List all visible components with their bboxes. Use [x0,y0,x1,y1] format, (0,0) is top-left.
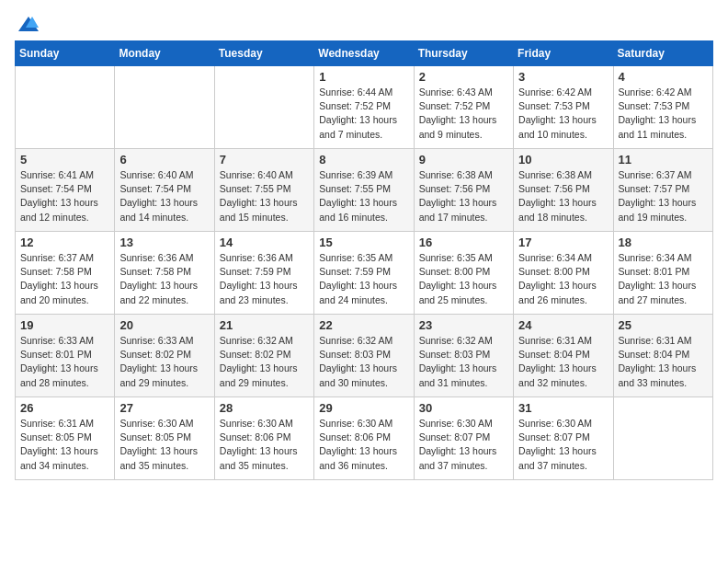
day-number: 23 [419,318,508,332]
day-of-week-header: Saturday [613,41,712,66]
calendar-cell: 6Sunrise: 6:40 AM Sunset: 7:54 PM Daylig… [115,149,214,232]
day-info: Sunrise: 6:38 AM Sunset: 7:56 PM Dayligh… [419,168,508,224]
day-info: Sunrise: 6:35 AM Sunset: 8:00 PM Dayligh… [419,251,508,307]
calendar-cell: 3Sunrise: 6:42 AM Sunset: 7:53 PM Daylig… [514,66,613,149]
calendar-cell: 19Sunrise: 6:33 AM Sunset: 8:01 PM Dayli… [16,315,115,397]
day-of-week-header: Monday [115,41,214,66]
logo-icon [18,15,39,33]
day-info: Sunrise: 6:30 AM Sunset: 8:05 PM Dayligh… [119,417,209,473]
calendar-cell: 27Sunrise: 6:30 AM Sunset: 8:05 PM Dayli… [115,397,214,480]
day-number: 25 [619,318,708,332]
calendar-cell: 8Sunrise: 6:39 AM Sunset: 7:55 PM Daylig… [314,149,414,232]
calendar-cell: 29Sunrise: 6:30 AM Sunset: 8:06 PM Dayli… [314,397,414,480]
day-of-week-header: Tuesday [214,41,313,66]
day-number: 16 [419,236,508,249]
calendar-cell: 9Sunrise: 6:38 AM Sunset: 7:56 PM Daylig… [414,149,513,232]
day-info: Sunrise: 6:30 AM Sunset: 8:06 PM Dayligh… [220,417,309,473]
day-info: Sunrise: 6:31 AM Sunset: 8:05 PM Dayligh… [20,417,109,473]
calendar-cell [115,66,214,149]
calendar-header-row: SundayMondayTuesdayWednesdayThursdayFrid… [16,41,713,66]
calendar-cell [613,397,712,480]
calendar-week-row: 19Sunrise: 6:33 AM Sunset: 8:01 PM Dayli… [16,315,713,397]
calendar-cell: 4Sunrise: 6:42 AM Sunset: 7:53 PM Daylig… [613,66,712,149]
calendar-cell: 15Sunrise: 6:35 AM Sunset: 7:59 PM Dayli… [314,232,414,315]
calendar-week-row: 12Sunrise: 6:37 AM Sunset: 7:58 PM Dayli… [16,232,713,315]
day-info: Sunrise: 6:40 AM Sunset: 7:55 PM Dayligh… [220,168,309,224]
day-number: 24 [518,318,608,332]
calendar-cell: 11Sunrise: 6:37 AM Sunset: 7:57 PM Dayli… [613,149,712,232]
day-number: 5 [20,153,109,167]
day-info: Sunrise: 6:43 AM Sunset: 7:52 PM Dayligh… [419,86,508,142]
day-info: Sunrise: 6:35 AM Sunset: 7:59 PM Dayligh… [319,251,408,307]
day-number: 4 [619,70,708,84]
calendar-cell: 16Sunrise: 6:35 AM Sunset: 8:00 PM Dayli… [414,232,513,315]
day-info: Sunrise: 6:31 AM Sunset: 8:04 PM Dayligh… [518,334,608,390]
day-number: 13 [119,236,209,249]
day-of-week-header: Thursday [414,41,513,66]
calendar-cell: 2Sunrise: 6:43 AM Sunset: 7:52 PM Daylig… [414,66,513,149]
day-info: Sunrise: 6:30 AM Sunset: 8:07 PM Dayligh… [518,417,608,473]
calendar-cell: 10Sunrise: 6:38 AM Sunset: 7:56 PM Dayli… [514,149,613,232]
day-number: 29 [319,401,408,415]
calendar-cell: 14Sunrise: 6:36 AM Sunset: 7:59 PM Dayli… [214,232,313,315]
day-info: Sunrise: 6:34 AM Sunset: 8:00 PM Dayligh… [518,251,608,307]
calendar-cell: 23Sunrise: 6:32 AM Sunset: 8:03 PM Dayli… [414,315,513,397]
day-info: Sunrise: 6:41 AM Sunset: 7:54 PM Dayligh… [20,168,109,224]
calendar-cell: 18Sunrise: 6:34 AM Sunset: 8:01 PM Dayli… [613,232,712,315]
day-number: 18 [619,236,708,249]
day-info: Sunrise: 6:32 AM Sunset: 8:03 PM Dayligh… [419,334,508,390]
day-info: Sunrise: 6:34 AM Sunset: 8:01 PM Dayligh… [619,251,708,307]
calendar-cell: 26Sunrise: 6:31 AM Sunset: 8:05 PM Dayli… [16,397,115,480]
day-number: 9 [419,153,508,167]
page-header [15,15,713,33]
day-info: Sunrise: 6:42 AM Sunset: 7:53 PM Dayligh… [619,86,708,142]
day-info: Sunrise: 6:39 AM Sunset: 7:55 PM Dayligh… [319,168,408,224]
calendar-cell: 28Sunrise: 6:30 AM Sunset: 8:06 PM Dayli… [214,397,313,480]
day-number: 15 [319,236,408,249]
day-info: Sunrise: 6:42 AM Sunset: 7:53 PM Dayligh… [518,86,608,142]
day-number: 14 [220,236,309,249]
day-info: Sunrise: 6:37 AM Sunset: 7:57 PM Dayligh… [619,168,708,224]
day-info: Sunrise: 6:44 AM Sunset: 7:52 PM Dayligh… [319,86,408,142]
day-of-week-header: Sunday [16,41,115,66]
day-info: Sunrise: 6:36 AM Sunset: 7:59 PM Dayligh… [220,251,309,307]
day-number: 6 [119,153,209,167]
day-info: Sunrise: 6:40 AM Sunset: 7:54 PM Dayligh… [119,168,209,224]
day-number: 20 [119,318,209,332]
day-info: Sunrise: 6:33 AM Sunset: 8:01 PM Dayligh… [20,334,109,390]
day-number: 11 [619,153,708,167]
calendar: SundayMondayTuesdayWednesdayThursdayFrid… [15,40,713,480]
day-number: 17 [518,236,608,249]
day-number: 1 [319,70,408,84]
calendar-cell: 20Sunrise: 6:33 AM Sunset: 8:02 PM Dayli… [115,315,214,397]
day-number: 26 [20,401,109,415]
calendar-week-row: 26Sunrise: 6:31 AM Sunset: 8:05 PM Dayli… [16,397,713,480]
day-number: 27 [119,401,209,415]
calendar-cell: 21Sunrise: 6:32 AM Sunset: 8:02 PM Dayli… [214,315,313,397]
calendar-cell: 13Sunrise: 6:36 AM Sunset: 7:58 PM Dayli… [115,232,214,315]
day-number: 21 [220,318,309,332]
calendar-cell: 17Sunrise: 6:34 AM Sunset: 8:00 PM Dayli… [514,232,613,315]
day-number: 28 [220,401,309,415]
day-info: Sunrise: 6:31 AM Sunset: 8:04 PM Dayligh… [619,334,708,390]
day-info: Sunrise: 6:36 AM Sunset: 7:58 PM Dayligh… [119,251,209,307]
calendar-cell: 7Sunrise: 6:40 AM Sunset: 7:55 PM Daylig… [214,149,313,232]
day-info: Sunrise: 6:38 AM Sunset: 7:56 PM Dayligh… [518,168,608,224]
calendar-cell: 22Sunrise: 6:32 AM Sunset: 8:03 PM Dayli… [314,315,414,397]
calendar-cell: 24Sunrise: 6:31 AM Sunset: 8:04 PM Dayli… [514,315,613,397]
day-info: Sunrise: 6:30 AM Sunset: 8:07 PM Dayligh… [419,417,508,473]
day-number: 3 [518,70,608,84]
day-info: Sunrise: 6:32 AM Sunset: 8:03 PM Dayligh… [319,334,408,390]
day-number: 2 [419,70,508,84]
calendar-cell: 25Sunrise: 6:31 AM Sunset: 8:04 PM Dayli… [613,315,712,397]
day-number: 7 [220,153,309,167]
day-info: Sunrise: 6:33 AM Sunset: 8:02 PM Dayligh… [119,334,209,390]
day-info: Sunrise: 6:37 AM Sunset: 7:58 PM Dayligh… [20,251,109,307]
calendar-week-row: 5Sunrise: 6:41 AM Sunset: 7:54 PM Daylig… [16,149,713,232]
day-number: 8 [319,153,408,167]
calendar-cell: 12Sunrise: 6:37 AM Sunset: 7:58 PM Dayli… [16,232,115,315]
calendar-week-row: 1Sunrise: 6:44 AM Sunset: 7:52 PM Daylig… [16,66,713,149]
day-number: 31 [518,401,608,415]
day-number: 22 [319,318,408,332]
day-number: 30 [419,401,508,415]
